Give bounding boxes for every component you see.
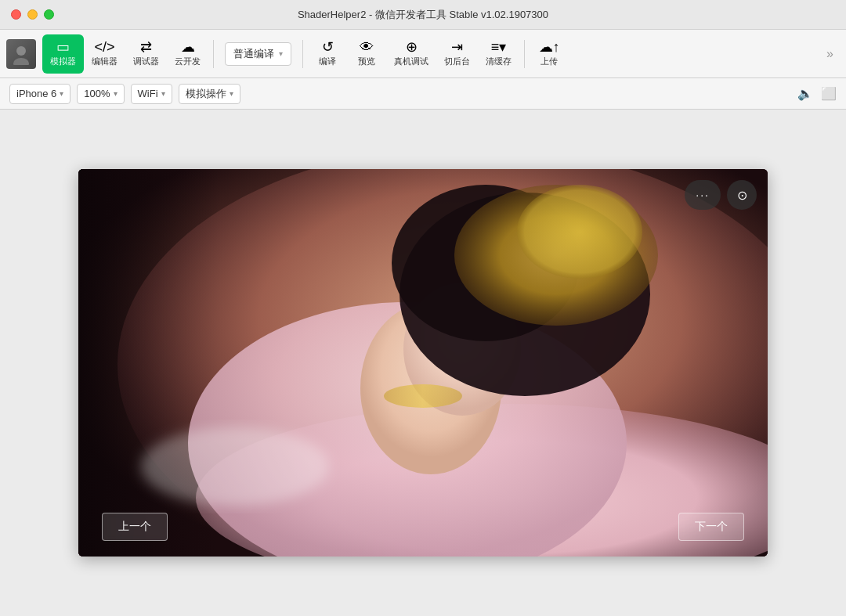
upload-btn[interactable]: ☁↑ 上传 <box>530 34 569 74</box>
compile-icon: ↺ <box>322 40 334 54</box>
simbar-right-controls: 🔈 ⬜ <box>797 86 837 101</box>
user-avatar[interactable] <box>6 39 36 69</box>
scale-chevron-icon: ▾ <box>114 89 118 98</box>
cloud-dev-btn[interactable]: ☁ 云开发 <box>167 34 208 74</box>
window-title: ShaderHelper2 - 微信开发者工具 Stable v1.02.190… <box>298 8 548 22</box>
simulator-frame: ··· ⊙ 上一个 下一个 <box>78 169 768 557</box>
compile-select[interactable]: 普通编译 ▾ <box>225 42 291 66</box>
real-device-btn[interactable]: ⊕ 真机调试 <box>386 34 436 74</box>
switch-bg-btn[interactable]: ⇥ 切后台 <box>436 34 478 74</box>
operation-chevron-icon: ▾ <box>230 89 233 98</box>
clear-cache-icon: ≡▾ <box>491 40 507 54</box>
clear-cache-btn[interactable]: ≡▾ 清缓存 <box>478 34 519 74</box>
volume-icon[interactable]: 🔈 <box>797 86 813 101</box>
next-btn[interactable]: 下一个 <box>678 513 744 541</box>
debugger-btn[interactable]: ⇄ 调试器 <box>125 34 167 74</box>
editor-icon: </> <box>94 40 114 54</box>
svg-point-14 <box>141 427 329 506</box>
operation-label: 模拟操作 <box>186 87 226 101</box>
network-label: WiFi <box>138 88 158 99</box>
compile-btn[interactable]: ↺ 编译 <box>308 34 347 74</box>
switch-bg-icon: ⇥ <box>451 40 463 54</box>
editor-btn[interactable]: </> 编辑器 <box>84 34 125 74</box>
network-select[interactable]: WiFi ▾ <box>131 84 172 104</box>
preview-btn[interactable]: 👁 预览 <box>347 34 386 74</box>
record-btn[interactable]: ⊙ <box>727 180 757 210</box>
prev-btn[interactable]: 上一个 <box>102 513 168 541</box>
scale-label: 100% <box>84 88 110 99</box>
more-options-btn[interactable]: ··· <box>685 180 721 210</box>
cloud-icon: ☁ <box>181 40 195 54</box>
dots-label: ··· <box>696 189 710 201</box>
preview-icon: 👁 <box>360 40 374 54</box>
maximize-button[interactable] <box>44 9 54 20</box>
divider-2 <box>302 40 303 68</box>
scale-select[interactable]: 100% ▾ <box>77 84 124 104</box>
device-label: iPhone 6 <box>16 88 56 99</box>
device-chevron-icon: ▾ <box>60 89 63 98</box>
expand-icon[interactable]: ⬜ <box>821 86 837 101</box>
simulator-btn[interactable]: ▭ 模拟器 <box>42 34 84 74</box>
more-btn[interactable]: » <box>820 44 840 64</box>
svg-point-1 <box>13 58 29 65</box>
window-controls[interactable] <box>11 9 54 20</box>
divider-1 <box>213 40 214 68</box>
titlebar: ShaderHelper2 - 微信开发者工具 Stable v1.02.190… <box>0 0 846 30</box>
simulator-icon: ▭ <box>56 40 70 54</box>
real-device-icon: ⊕ <box>406 40 418 54</box>
more-icon: » <box>826 47 833 60</box>
device-select[interactable]: iPhone 6 ▾ <box>9 84 70 104</box>
network-chevron-icon: ▾ <box>161 89 165 98</box>
sim-display: ··· ⊙ 上一个 下一个 <box>78 169 768 557</box>
sim-navigation: 上一个 下一个 <box>78 513 768 541</box>
divider-3 <box>524 40 525 68</box>
main-content: ··· ⊙ 上一个 下一个 <box>0 110 846 616</box>
debugger-icon: ⇄ <box>140 40 152 54</box>
close-button[interactable] <box>11 9 21 20</box>
sim-top-controls: ··· ⊙ <box>685 180 757 210</box>
avatar-image <box>6 39 36 69</box>
svg-point-13 <box>517 185 642 279</box>
main-toolbar: ▭ 模拟器 </> 编辑器 ⇄ 调试器 ☁ 云开发 普通编译 ▾ ↺ 编译 👁 … <box>0 30 846 78</box>
upload-icon: ☁↑ <box>539 40 560 54</box>
record-icon: ⊙ <box>737 188 747 203</box>
simulator-bar: iPhone 6 ▾ 100% ▾ WiFi ▾ 模拟操作 ▾ 🔈 ⬜ <box>0 78 846 110</box>
compile-option-label: 普通编译 <box>233 47 274 61</box>
operation-select[interactable]: 模拟操作 ▾ <box>179 84 240 104</box>
compile-chevron-icon: ▾ <box>279 49 283 58</box>
svg-point-0 <box>16 46 26 56</box>
minimize-button[interactable] <box>27 9 38 20</box>
svg-point-15 <box>384 384 462 408</box>
